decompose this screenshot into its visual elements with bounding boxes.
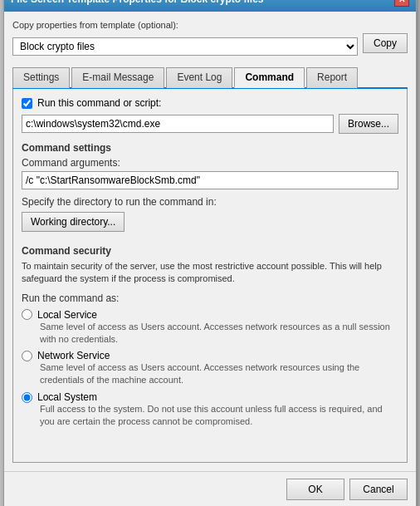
network-service-radio[interactable] [22,351,32,361]
local-service-radio[interactable] [22,309,32,320]
cmd-input[interactable] [22,115,334,133]
close-button[interactable]: ✕ [394,0,409,7]
tab-content-command: Run this command or script: Browse... Co… [12,89,408,463]
main-content: Copy properties from template (optional)… [4,12,416,471]
local-service-desc: Same level of access as Users account. A… [40,321,398,346]
run-command-row: Run this command or script: [22,97,398,109]
copy-row: Block crypto files Copy [12,33,408,60]
tab-settings[interactable]: Settings [12,67,70,88]
radio-option-network-service: Network Service Same level of access as … [22,350,398,386]
tabs-bar: Settings E-mail Message Event Log Comman… [12,66,408,89]
run-as-label: Run the command as: [22,292,398,304]
security-label: Command security [22,245,398,257]
radio-option-local-service: Local Service Same level of access as Us… [22,309,398,346]
copy-label: Copy properties from template (optional)… [12,20,408,30]
dir-label: Specify the directory to run the command… [22,196,398,208]
main-window: File Screen Template Properties for Bloc… [3,0,417,506]
cancel-button[interactable]: Cancel [349,479,408,500]
copy-button[interactable]: Copy [363,33,408,53]
bottom-bar: OK Cancel [4,471,416,506]
local-service-row: Local Service [22,309,398,321]
security-desc: To maintain security of the server, use … [22,260,398,286]
security-section: Command security To maintain security of… [22,245,398,428]
local-system-row: Local System [22,391,398,403]
tab-report[interactable]: Report [306,67,358,88]
title-bar-buttons: ✕ [394,0,409,7]
args-input[interactable] [22,171,398,189]
network-service-row: Network Service [22,350,398,361]
local-system-radio[interactable] [22,392,32,403]
radio-option-local-system: Local System Full access to the system. … [22,391,398,428]
args-label: Command arguments: [22,157,398,169]
cmd-input-row: Browse... [22,114,398,134]
local-system-label: Local System [37,391,97,403]
tab-eventlog[interactable]: Event Log [166,67,232,88]
run-command-checkbox[interactable] [22,98,32,109]
browse-button[interactable]: Browse... [339,114,398,134]
run-command-label: Run this command or script: [37,97,161,109]
tab-email[interactable]: E-mail Message [71,67,164,88]
local-service-label: Local Service [37,309,97,321]
window-title: File Screen Template Properties for Bloc… [11,0,264,5]
working-dir-button[interactable]: Working directory... [22,212,125,232]
title-bar: File Screen Template Properties for Bloc… [4,0,416,12]
network-service-label: Network Service [37,350,110,361]
settings-label: Command settings [22,142,398,154]
tab-command[interactable]: Command [234,67,305,88]
ok-button[interactable]: OK [286,479,344,500]
local-system-desc: Full access to the system. Do not use th… [40,403,398,428]
template-select[interactable]: Block crypto files [12,37,358,56]
network-service-desc: Same level of access as Users account. A… [40,361,398,386]
